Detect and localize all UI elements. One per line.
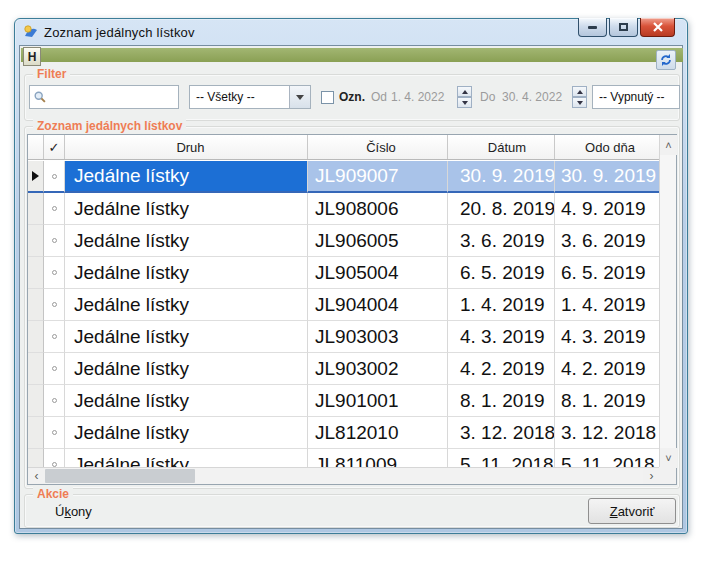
cell-druh[interactable]: Jedálne lístky <box>65 257 308 289</box>
row-check-cell[interactable] <box>44 385 65 417</box>
table-row[interactable]: Jedálne lístkyJL8120103. 12. 20183. 12. … <box>28 417 659 449</box>
column-header-check[interactable]: ✓ <box>44 135 65 159</box>
cell-odo[interactable]: 4. 9. 2019 <box>555 193 659 225</box>
column-header-cislo[interactable]: Číslo <box>308 135 448 159</box>
cell-druh[interactable]: Jedálne lístky <box>65 225 308 257</box>
row-indicator[interactable] <box>28 417 44 449</box>
scroll-up-icon[interactable]: ˄ <box>660 135 677 155</box>
row-check-cell[interactable] <box>44 193 65 225</box>
minimize-button[interactable] <box>578 18 607 37</box>
column-header-ind[interactable] <box>28 135 44 159</box>
cell-datum[interactable]: 8. 1. 2019 <box>448 385 555 417</box>
row-check-cell[interactable] <box>44 225 65 257</box>
cell-druh[interactable]: Jedálne lístky <box>65 321 308 353</box>
cell-cislo[interactable]: JL901001 <box>308 385 448 417</box>
spin-down-icon[interactable] <box>572 97 587 108</box>
cell-odo[interactable]: 6. 5. 2019 <box>555 257 659 289</box>
scroll-right-icon[interactable]: › <box>643 468 660 484</box>
cell-odo[interactable]: 5. 11. 2018 <box>555 449 659 468</box>
scroll-down-icon[interactable]: ˅ <box>660 448 677 468</box>
refresh-button[interactable] <box>656 50 676 70</box>
table-row[interactable]: Jedálne lístkyJL9030024. 2. 20194. 2. 20… <box>28 353 659 385</box>
cell-datum[interactable]: 3. 12. 2018 <box>448 417 555 449</box>
cell-odo[interactable]: 4. 2. 2019 <box>555 353 659 385</box>
row-check-cell[interactable] <box>44 161 65 193</box>
scroll-left-icon[interactable]: ‹ <box>28 468 45 484</box>
row-check-cell[interactable] <box>44 289 65 321</box>
table-row[interactable]: Jedálne lístkyJL9060053. 6. 20193. 6. 20… <box>28 225 659 257</box>
titlebar[interactable]: Zoznam jedálnych lístkov <box>19 19 683 45</box>
row-indicator[interactable] <box>28 161 44 193</box>
row-check-cell[interactable] <box>44 417 65 449</box>
cell-datum[interactable]: 4. 3. 2019 <box>448 321 555 353</box>
maximize-button[interactable] <box>609 18 638 37</box>
row-check-cell[interactable] <box>44 353 65 385</box>
cell-datum[interactable]: 3. 6. 2019 <box>448 225 555 257</box>
type-dropdown-button[interactable] <box>289 86 310 108</box>
home-button[interactable]: H <box>23 47 41 66</box>
cell-datum[interactable]: 1. 4. 2019 <box>448 289 555 321</box>
cell-druh[interactable]: Jedálne lístky <box>65 161 308 193</box>
table-row[interactable]: Jedálne lístkyJL90900730. 9. 201930. 9. … <box>28 161 659 193</box>
cell-datum[interactable]: 6. 5. 2019 <box>448 257 555 289</box>
type-dropdown[interactable]: -- Všetky -- <box>189 85 311 109</box>
cell-odo[interactable]: 4. 3. 2019 <box>555 321 659 353</box>
cell-cislo[interactable]: JL909007 <box>308 161 448 193</box>
ozn-checkbox[interactable] <box>321 91 334 104</box>
od-date-value[interactable]: 1. 4. 2022 <box>391 90 444 104</box>
cell-druh[interactable]: Jedálne lístky <box>65 289 308 321</box>
column-header-druh[interactable]: Druh <box>65 135 308 159</box>
cell-datum[interactable]: 20. 8. 2019 <box>448 193 555 225</box>
table-row[interactable]: Jedálne lístkyJL9050046. 5. 20196. 5. 20… <box>28 257 659 289</box>
cell-druh[interactable]: Jedálne lístky <box>65 417 308 449</box>
cell-druh[interactable]: Jedálne lístky <box>65 193 308 225</box>
do-date-value[interactable]: 30. 4. 2022 <box>502 90 562 104</box>
table-row[interactable]: Jedálne lístkyJL9030034. 3. 20194. 3. 20… <box>28 321 659 353</box>
cell-odo[interactable]: 3. 12. 2018 <box>555 417 659 449</box>
cell-odo[interactable]: 1. 4. 2019 <box>555 289 659 321</box>
cell-druh[interactable]: Jedálne lístky <box>65 353 308 385</box>
row-indicator[interactable] <box>28 289 44 321</box>
od-date-spinner[interactable] <box>457 86 472 108</box>
horizontal-scroll-thumb[interactable] <box>45 469 195 483</box>
ukony-menu[interactable]: Úkony <box>55 504 92 519</box>
cell-odo[interactable]: 30. 9. 2019 <box>555 161 659 193</box>
state-dropdown[interactable]: -- Vypnutý -- <box>592 85 680 109</box>
cell-cislo[interactable]: JL905004 <box>308 257 448 289</box>
do-date-spinner[interactable] <box>572 86 587 108</box>
row-indicator[interactable] <box>28 321 44 353</box>
table-row[interactable]: Jedálne lístkyJL9010018. 1. 20198. 1. 20… <box>28 385 659 417</box>
cell-druh[interactable]: Jedálne lístky <box>65 449 308 468</box>
spin-down-icon[interactable] <box>457 97 472 108</box>
table-row[interactable]: Jedálne lístkyJL8110095. 11. 20185. 11. … <box>28 449 659 468</box>
cell-cislo[interactable]: JL811009 <box>308 449 448 468</box>
cell-datum[interactable]: 30. 9. 2019 <box>448 161 555 193</box>
cell-druh[interactable]: Jedálne lístky <box>65 385 308 417</box>
spin-up-icon[interactable] <box>572 86 587 97</box>
cell-cislo[interactable]: JL908006 <box>308 193 448 225</box>
row-indicator[interactable] <box>28 353 44 385</box>
row-indicator[interactable] <box>28 257 44 289</box>
cell-cislo[interactable]: JL903002 <box>308 353 448 385</box>
cell-datum[interactable]: 4. 2. 2019 <box>448 353 555 385</box>
column-header-datum[interactable]: Dátum <box>448 135 555 159</box>
row-indicator[interactable] <box>28 385 44 417</box>
zatvorit-button[interactable]: Zatvoriť <box>588 498 676 524</box>
cell-cislo[interactable]: JL812010 <box>308 417 448 449</box>
cell-cislo[interactable]: JL906005 <box>308 225 448 257</box>
cell-odo[interactable]: 3. 6. 2019 <box>555 225 659 257</box>
row-indicator[interactable] <box>28 193 44 225</box>
row-check-cell[interactable] <box>44 449 65 468</box>
cell-odo[interactable]: 8. 1. 2019 <box>555 385 659 417</box>
column-header-odo[interactable]: Odo dňa <box>555 135 659 159</box>
cell-datum[interactable]: 5. 11. 2018 <box>448 449 555 468</box>
row-indicator[interactable] <box>28 225 44 257</box>
cell-cislo[interactable]: JL903003 <box>308 321 448 353</box>
row-indicator[interactable] <box>28 449 44 468</box>
spin-up-icon[interactable] <box>457 86 472 97</box>
row-check-cell[interactable] <box>44 257 65 289</box>
table-row[interactable]: Jedálne lístkyJL9040041. 4. 20191. 4. 20… <box>28 289 659 321</box>
table-row[interactable]: Jedálne lístkyJL90800620. 8. 20194. 9. 2… <box>28 193 659 225</box>
search-field[interactable] <box>29 85 179 109</box>
cell-cislo[interactable]: JL904004 <box>308 289 448 321</box>
